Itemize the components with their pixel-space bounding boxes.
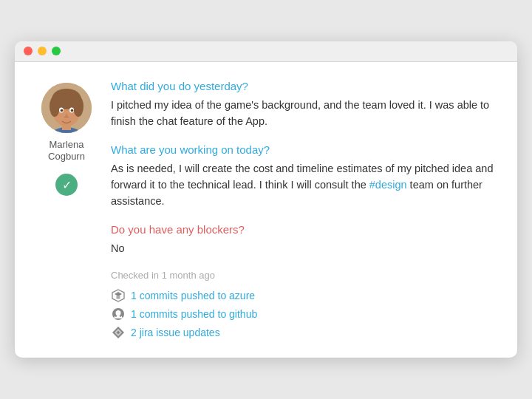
activity-jira: 2 jira issue updates [111,325,502,340]
question-blockers: Do you have any blockers? No [111,223,502,256]
answer-blockers: No [111,240,502,256]
app-window: Marlena Cogburn ✓ What did you do yester… [15,41,517,358]
question-label-yesterday: What did you do yesterday? [111,80,502,92]
svg-point-10 [71,109,74,112]
svg-point-9 [61,109,64,112]
content-area: Marlena Cogburn ✓ What did you do yester… [15,62,517,358]
svg-point-5 [50,96,60,117]
activity-list: 1 commits pushed to azure 1 commits [111,288,502,340]
azure-icon [111,288,126,303]
svg-rect-13 [117,296,120,299]
maximize-button[interactable] [52,47,61,55]
jira-icon [111,325,126,340]
user-sidebar: Marlena Cogburn ✓ [30,80,103,341]
svg-marker-12 [115,292,122,296]
github-activity-link[interactable]: 1 commits pushed to github [131,308,257,320]
checked-in-label: Checked in 1 month ago [111,270,502,281]
titlebar [15,41,517,62]
answer-today: As is needed, I will create the cost and… [111,160,502,210]
checkmark-icon: ✓ [62,178,72,192]
question-label-today: What are you working on today? [111,143,502,156]
minimize-button[interactable] [38,47,47,55]
question-yesterday: What did you do yesterday? I pitched my … [111,80,502,130]
github-icon [111,307,126,321]
activity-azure: 1 commits pushed to azure [111,288,502,303]
standup-content: What did you do yesterday? I pitched my … [103,80,502,341]
activity-github: 1 commits pushed to github [111,307,502,321]
jira-activity-link[interactable]: 2 jira issue updates [131,327,220,338]
azure-activity-link[interactable]: 1 commits pushed to azure [131,290,255,301]
check-badge: ✓ [55,174,78,196]
question-today: What are you working on today? As is nee… [111,143,502,210]
svg-point-17 [120,316,121,317]
design-channel-link[interactable]: #design [369,179,407,191]
close-button[interactable] [24,47,33,55]
question-label-blockers: Do you have any blockers? [111,223,502,236]
svg-point-6 [73,96,83,117]
svg-point-15 [116,310,121,316]
answer-yesterday: I pitched my idea of the game's backgrou… [111,97,502,130]
avatar [41,83,92,133]
svg-point-16 [115,316,117,317]
user-name: Marlena Cogburn [48,139,85,164]
